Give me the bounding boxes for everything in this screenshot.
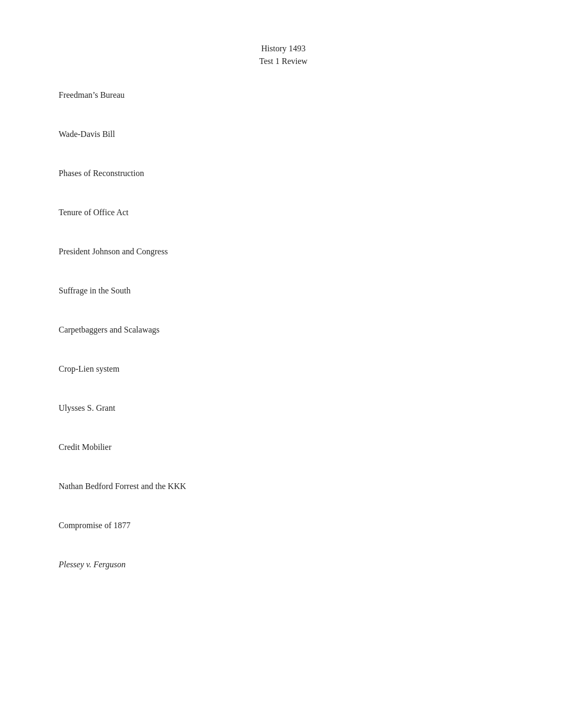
list-item-ulysses-s-grant: Ulysses S. Grant (59, 402, 508, 414)
list-item-tenure-of-office-act: Tenure of Office Act (59, 206, 508, 219)
page-header: History 1493 Test 1 Review (59, 42, 508, 68)
list-item-carpetbaggers-and-scalawags: Carpetbaggers and Scalawags (59, 324, 508, 336)
header-line2: Test 1 Review (59, 55, 508, 68)
list-item-credit-mobilier: Credit Mobilier (59, 441, 508, 454)
list-item-freedmans-bureau: Freedman’s Bureau (59, 89, 508, 102)
header-line1: History 1493 (59, 42, 508, 55)
list-item-president-johnson-and-congress: President Johnson and Congress (59, 245, 508, 258)
list-item-nathan-bedford-forrest: Nathan Bedford Forrest and the KKK (59, 480, 508, 493)
list-item-suffrage-in-the-south: Suffrage in the South (59, 284, 508, 297)
list-item-compromise-of-1877: Compromise of 1877 (59, 519, 508, 532)
list-item-wade-davis-bill: Wade-Davis Bill (59, 128, 508, 141)
items-list: Freedman’s BureauWade-Davis BillPhases o… (59, 89, 508, 571)
list-item-crop-lien-system: Crop-Lien system (59, 363, 508, 375)
list-item-phases-of-reconstruction: Phases of Reconstruction (59, 167, 508, 180)
list-item-plessey-v-ferguson: Plessey v. Ferguson (59, 558, 508, 571)
page-container: History 1493 Test 1 Review Freedman’s Bu… (0, 0, 561, 728)
